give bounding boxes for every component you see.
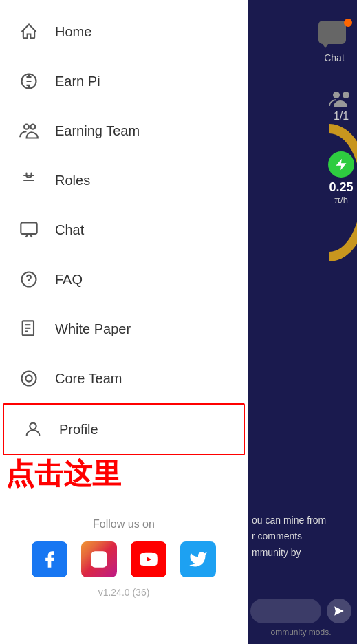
facebook-button[interactable]	[32, 541, 67, 577]
panel-text-area: ou can mine from r comments mmunity by	[248, 513, 354, 561]
right-panel: Chat 1/1 0.25 π/h ou can mine	[248, 0, 357, 644]
sidebar-item-roles[interactable]: Roles	[0, 155, 248, 205]
annotation-text: 点击这里	[0, 455, 248, 498]
roles-label: Roles	[55, 173, 90, 189]
divider	[0, 504, 248, 504]
svg-point-14	[25, 375, 32, 381]
earn-icon	[17, 69, 41, 94]
chat-icon-wrapper	[318, 21, 350, 48]
profile-label: Profile	[59, 422, 98, 438]
rate-value: 0.25	[329, 180, 353, 195]
core-team-icon	[17, 366, 41, 391]
svg-marker-24	[334, 606, 344, 616]
rate-unit: π/h	[334, 195, 348, 205]
svg-point-21	[333, 92, 340, 98]
earning-team-label: Earning Team	[55, 123, 140, 139]
panel-text-line1: ou can mine from	[252, 513, 350, 529]
profile-icon	[21, 417, 45, 442]
sidebar-item-core-team[interactable]: Core Team	[0, 354, 248, 403]
white-paper-icon	[17, 316, 41, 341]
twitter-button[interactable]	[180, 541, 216, 577]
follow-label: Follow us on	[93, 518, 155, 530]
instagram-button[interactable]	[81, 541, 117, 577]
send-button[interactable]	[327, 599, 351, 623]
sidebar-item-home[interactable]: Home	[0, 7, 248, 56]
sidebar-item-earn-pi[interactable]: Earn Pi	[0, 56, 248, 106]
svg-point-19	[102, 554, 105, 557]
chat-label: Chat	[55, 222, 84, 238]
roles-icon	[17, 168, 41, 193]
sidebar-item-chat[interactable]: Chat	[0, 205, 248, 255]
version-label: v1.24.0 (36)	[98, 587, 150, 605]
social-icons-row	[32, 541, 216, 577]
sidebar-item-faq[interactable]: FAQ	[0, 255, 248, 304]
sidebar: Home Earn Pi Earning Team Roles	[0, 0, 248, 644]
sidebar-item-earning-team[interactable]: Earning Team	[0, 106, 248, 155]
chat-bubble-icon	[318, 21, 346, 44]
svg-point-15	[22, 372, 36, 386]
sidebar-item-white-paper[interactable]: White Paper	[0, 304, 248, 354]
svg-point-3	[24, 125, 29, 129]
team-count-value: 1/1	[334, 110, 349, 122]
message-input-placeholder	[250, 599, 321, 623]
team-count-widget: 1/1	[329, 89, 353, 122]
svg-point-4	[30, 125, 35, 129]
home-label: Home	[55, 24, 91, 40]
chat-panel-label: Chat	[324, 52, 345, 63]
panel-text-line2: r comments	[252, 528, 350, 545]
svg-rect-7	[21, 223, 36, 234]
faq-icon	[17, 267, 41, 292]
chat-nav-icon	[17, 217, 41, 242]
svg-point-22	[343, 92, 349, 98]
svg-marker-23	[336, 159, 347, 171]
app-container: Home Earn Pi Earning Team Roles	[0, 0, 357, 644]
panel-bottom-text: ommunity mods.	[248, 627, 354, 637]
right-panel-inner: Chat 1/1 0.25 π/h ou can mine	[248, 0, 357, 644]
faq-label: FAQ	[55, 272, 83, 288]
chat-notification-dot	[344, 19, 352, 27]
lightning-icon	[328, 151, 354, 178]
svg-rect-17	[91, 552, 107, 568]
home-icon	[17, 19, 41, 44]
svg-point-9	[28, 283, 29, 283]
youtube-button[interactable]	[131, 541, 166, 577]
chat-button[interactable]: Chat	[318, 21, 350, 63]
send-area	[248, 599, 354, 623]
mining-rate-widget: 0.25 π/h	[328, 151, 354, 205]
earn-pi-label: Earn Pi	[55, 74, 100, 89]
core-team-label: Core Team	[55, 371, 122, 387]
team-count-icon	[329, 89, 353, 110]
svg-point-16	[30, 423, 36, 429]
follow-section: Follow us on v1.24.0 (36)	[0, 510, 248, 610]
panel-text-line3: mmunity by	[252, 545, 350, 561]
sidebar-item-profile[interactable]: Profile	[3, 403, 245, 455]
white-paper-label: White Paper	[55, 321, 131, 337]
earning-team-icon	[17, 118, 41, 143]
